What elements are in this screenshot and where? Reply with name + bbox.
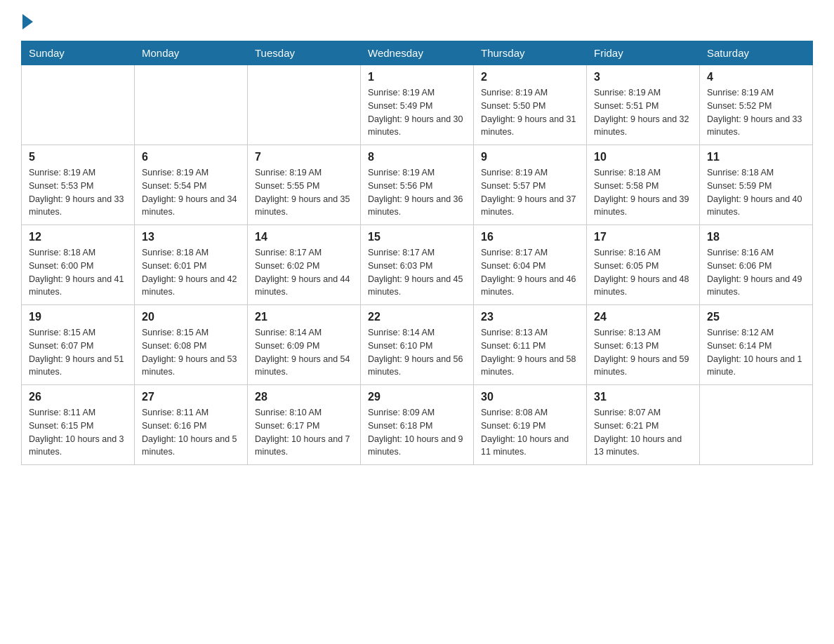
calendar-day-cell: 17Sunrise: 8:16 AM Sunset: 6:05 PM Dayli… [587,225,700,305]
day-of-week-header: Saturday [700,41,813,65]
day-info: Sunrise: 8:08 AM Sunset: 6:19 PM Dayligh… [481,406,579,459]
day-of-week-header: Tuesday [248,41,361,65]
day-number: 29 [368,391,466,403]
day-number: 12 [29,231,127,243]
day-info: Sunrise: 8:17 AM Sunset: 6:03 PM Dayligh… [368,246,466,299]
calendar-day-cell: 10Sunrise: 8:18 AM Sunset: 5:58 PM Dayli… [587,145,700,225]
day-info: Sunrise: 8:19 AM Sunset: 5:56 PM Dayligh… [368,166,466,219]
day-of-week-header: Sunday [22,41,135,65]
day-info: Sunrise: 8:14 AM Sunset: 6:09 PM Dayligh… [255,326,353,379]
calendar-table: SundayMondayTuesdayWednesdayThursdayFrid… [21,41,813,465]
calendar-day-cell: 9Sunrise: 8:19 AM Sunset: 5:57 PM Daylig… [474,145,587,225]
logo-triangle-icon [22,14,33,29]
day-info: Sunrise: 8:18 AM Sunset: 5:58 PM Dayligh… [594,166,692,219]
calendar-day-cell: 18Sunrise: 8:16 AM Sunset: 6:06 PM Dayli… [700,225,813,305]
calendar-day-cell: 30Sunrise: 8:08 AM Sunset: 6:19 PM Dayli… [474,385,587,465]
calendar-day-cell [248,65,361,145]
logo [21,14,33,27]
day-number: 21 [255,311,353,323]
day-info: Sunrise: 8:16 AM Sunset: 6:05 PM Dayligh… [594,246,692,299]
day-number: 15 [368,231,466,243]
day-info: Sunrise: 8:19 AM Sunset: 5:51 PM Dayligh… [594,86,692,139]
day-number: 30 [481,391,579,403]
calendar-day-cell: 29Sunrise: 8:09 AM Sunset: 6:18 PM Dayli… [361,385,474,465]
day-info: Sunrise: 8:19 AM Sunset: 5:52 PM Dayligh… [707,86,805,139]
calendar-day-cell: 23Sunrise: 8:13 AM Sunset: 6:11 PM Dayli… [474,305,587,385]
calendar-day-cell: 11Sunrise: 8:18 AM Sunset: 5:59 PM Dayli… [700,145,813,225]
day-of-week-header: Monday [135,41,248,65]
page-header [21,14,813,27]
calendar-day-cell: 14Sunrise: 8:17 AM Sunset: 6:02 PM Dayli… [248,225,361,305]
calendar-day-cell: 4Sunrise: 8:19 AM Sunset: 5:52 PM Daylig… [700,65,813,145]
day-info: Sunrise: 8:18 AM Sunset: 6:01 PM Dayligh… [142,246,240,299]
calendar-day-cell: 26Sunrise: 8:11 AM Sunset: 6:15 PM Dayli… [22,385,135,465]
calendar-week-row: 26Sunrise: 8:11 AM Sunset: 6:15 PM Dayli… [22,385,813,465]
calendar-day-cell: 22Sunrise: 8:14 AM Sunset: 6:10 PM Dayli… [361,305,474,385]
day-info: Sunrise: 8:19 AM Sunset: 5:53 PM Dayligh… [29,166,127,219]
calendar-week-row: 1Sunrise: 8:19 AM Sunset: 5:49 PM Daylig… [22,65,813,145]
day-of-week-header: Friday [587,41,700,65]
day-info: Sunrise: 8:13 AM Sunset: 6:13 PM Dayligh… [594,326,692,379]
day-info: Sunrise: 8:11 AM Sunset: 6:16 PM Dayligh… [142,406,240,459]
day-number: 9 [481,151,579,163]
day-info: Sunrise: 8:15 AM Sunset: 6:08 PM Dayligh… [142,326,240,379]
day-info: Sunrise: 8:18 AM Sunset: 6:00 PM Dayligh… [29,246,127,299]
calendar-day-cell [135,65,248,145]
calendar-day-cell: 20Sunrise: 8:15 AM Sunset: 6:08 PM Dayli… [135,305,248,385]
day-number: 26 [29,391,127,403]
calendar-header-row: SundayMondayTuesdayWednesdayThursdayFrid… [22,41,813,65]
day-number: 27 [142,391,240,403]
calendar-day-cell: 7Sunrise: 8:19 AM Sunset: 5:55 PM Daylig… [248,145,361,225]
day-info: Sunrise: 8:07 AM Sunset: 6:21 PM Dayligh… [594,406,692,459]
calendar-day-cell: 19Sunrise: 8:15 AM Sunset: 6:07 PM Dayli… [22,305,135,385]
calendar-day-cell [22,65,135,145]
day-number: 28 [255,391,353,403]
day-number: 10 [594,151,692,163]
day-number: 4 [707,71,805,83]
calendar-day-cell: 15Sunrise: 8:17 AM Sunset: 6:03 PM Dayli… [361,225,474,305]
day-info: Sunrise: 8:11 AM Sunset: 6:15 PM Dayligh… [29,406,127,459]
day-number: 14 [255,231,353,243]
day-number: 22 [368,311,466,323]
day-info: Sunrise: 8:19 AM Sunset: 5:55 PM Dayligh… [255,166,353,219]
calendar-day-cell: 6Sunrise: 8:19 AM Sunset: 5:54 PM Daylig… [135,145,248,225]
calendar-day-cell: 2Sunrise: 8:19 AM Sunset: 5:50 PM Daylig… [474,65,587,145]
day-number: 13 [142,231,240,243]
day-info: Sunrise: 8:19 AM Sunset: 5:57 PM Dayligh… [481,166,579,219]
calendar-day-cell: 31Sunrise: 8:07 AM Sunset: 6:21 PM Dayli… [587,385,700,465]
calendar-day-cell: 16Sunrise: 8:17 AM Sunset: 6:04 PM Dayli… [474,225,587,305]
calendar-week-row: 19Sunrise: 8:15 AM Sunset: 6:07 PM Dayli… [22,305,813,385]
day-info: Sunrise: 8:12 AM Sunset: 6:14 PM Dayligh… [707,326,805,379]
day-number: 1 [368,71,466,83]
day-info: Sunrise: 8:15 AM Sunset: 6:07 PM Dayligh… [29,326,127,379]
day-of-week-header: Thursday [474,41,587,65]
day-number: 24 [594,311,692,323]
day-of-week-header: Wednesday [361,41,474,65]
day-number: 25 [707,311,805,323]
day-number: 6 [142,151,240,163]
calendar-day-cell: 28Sunrise: 8:10 AM Sunset: 6:17 PM Dayli… [248,385,361,465]
day-info: Sunrise: 8:16 AM Sunset: 6:06 PM Dayligh… [707,246,805,299]
calendar-day-cell [700,385,813,465]
day-info: Sunrise: 8:19 AM Sunset: 5:50 PM Dayligh… [481,86,579,139]
day-number: 11 [707,151,805,163]
calendar-day-cell: 27Sunrise: 8:11 AM Sunset: 6:16 PM Dayli… [135,385,248,465]
calendar-day-cell: 3Sunrise: 8:19 AM Sunset: 5:51 PM Daylig… [587,65,700,145]
calendar-week-row: 5Sunrise: 8:19 AM Sunset: 5:53 PM Daylig… [22,145,813,225]
day-number: 23 [481,311,579,323]
day-number: 7 [255,151,353,163]
day-number: 16 [481,231,579,243]
day-number: 20 [142,311,240,323]
day-number: 2 [481,71,579,83]
day-number: 17 [594,231,692,243]
calendar-day-cell: 12Sunrise: 8:18 AM Sunset: 6:00 PM Dayli… [22,225,135,305]
day-info: Sunrise: 8:13 AM Sunset: 6:11 PM Dayligh… [481,326,579,379]
day-number: 8 [368,151,466,163]
day-info: Sunrise: 8:19 AM Sunset: 5:54 PM Dayligh… [142,166,240,219]
day-number: 18 [707,231,805,243]
day-info: Sunrise: 8:10 AM Sunset: 6:17 PM Dayligh… [255,406,353,459]
day-number: 31 [594,391,692,403]
calendar-day-cell: 25Sunrise: 8:12 AM Sunset: 6:14 PM Dayli… [700,305,813,385]
calendar-day-cell: 24Sunrise: 8:13 AM Sunset: 6:13 PM Dayli… [587,305,700,385]
day-info: Sunrise: 8:09 AM Sunset: 6:18 PM Dayligh… [368,406,466,459]
